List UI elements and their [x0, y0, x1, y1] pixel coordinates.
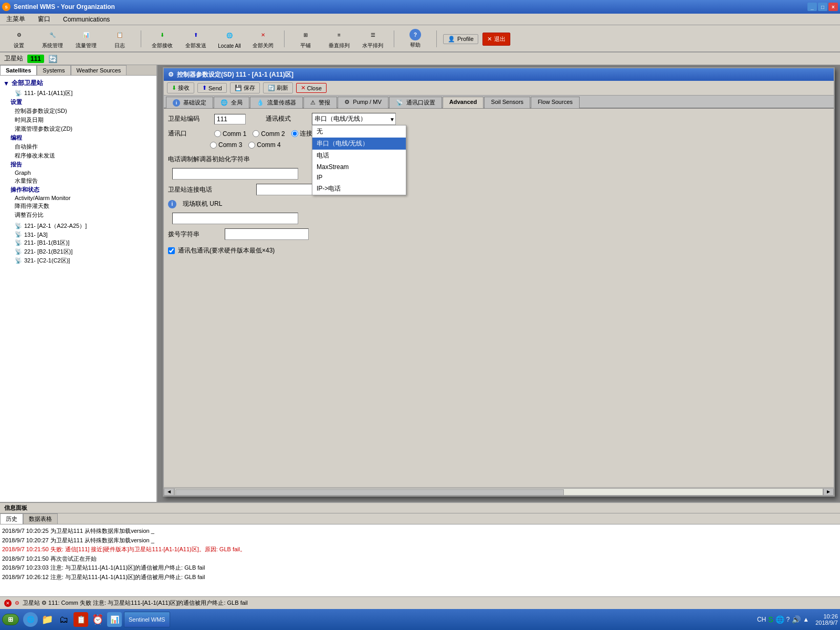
close-app-button[interactable]: × — [828, 3, 838, 11]
option-ip[interactable]: IP — [312, 172, 406, 183]
dialog-recv-button[interactable]: ⬇ 接收 — [167, 82, 194, 93]
flowmgr-button[interactable]: 📊 流量管理 — [71, 27, 101, 51]
comm-mode-dropdown[interactable]: 串口（电线/无线） ▼ 无 串口（电线/无线） 电话 MaxStream IP … — [312, 113, 396, 125]
refresh-icon-small[interactable]: 🔄 — [48, 55, 57, 63]
flatten-button[interactable]: ⊞ 平铺 — [291, 27, 320, 51]
tree-item-time-date[interactable]: 时间及日期 — [2, 116, 154, 124]
tab-comm-settings[interactable]: 📡 通讯口设置 — [389, 97, 442, 108]
apps-icon[interactable]: 🗂 — [57, 612, 71, 627]
tab-global[interactable]: 🌐 全局 — [214, 97, 249, 108]
tree-item-211[interactable]: 📡 211- [B1-1(B1区)] — [2, 238, 154, 247]
radio-connect-input[interactable] — [291, 130, 298, 137]
tree-section-status[interactable]: 操作和状态 — [2, 185, 154, 194]
radio-comm4[interactable]: Comm 4 — [248, 141, 280, 149]
tree-item-111[interactable]: 📡 111- [A1-1(A11)区] — [2, 89, 154, 98]
tree-item-321[interactable]: 📡 321- [C2-1(C2区)] — [2, 256, 154, 265]
tree-item-auto-op[interactable]: 自动操作 — [2, 142, 154, 151]
radio-comm3[interactable]: Comm 3 — [210, 141, 242, 149]
tree-item-alarm-monitor[interactable]: Activity/Alarm Monitor — [2, 194, 154, 202]
tree-item-graph[interactable]: Graph — [2, 169, 154, 176]
scroll-right-btn[interactable]: ▶ — [823, 488, 834, 496]
tree-section-programming[interactable]: 编程 — [2, 133, 154, 142]
phone-modem-input[interactable] — [172, 168, 298, 180]
menu-item-communications[interactable]: Communications — [61, 15, 112, 24]
tab-flow-sensor[interactable]: 💧 流量传感器 — [250, 97, 303, 108]
dial-string-input[interactable] — [225, 228, 309, 240]
sysadmin-button[interactable]: 🔧 系统管理 — [38, 27, 67, 51]
option-ip-phone[interactable]: IP->电话 — [312, 183, 406, 195]
tree-item-water-report[interactable]: 水量报告 — [2, 176, 154, 185]
local-url-input[interactable] — [172, 213, 298, 224]
dialog-send-button[interactable]: ⬆ Send — [197, 83, 227, 93]
tab-pump[interactable]: ⚙ Pump / MV — [338, 97, 388, 108]
scroll-thumb[interactable] — [175, 489, 564, 496]
horiz-sort-button[interactable]: ☰ 水平排列 — [358, 27, 387, 51]
maximize-button[interactable]: □ — [818, 3, 827, 11]
radio-comm2-input[interactable] — [253, 130, 259, 137]
tree-item-controller-params[interactable]: 控制器参数设定(SD) — [2, 107, 154, 116]
tree-header: ▼ 全部卫星站 — [2, 78, 154, 89]
tab-history[interactable]: 历史 — [0, 513, 23, 524]
tab-systems[interactable]: Systems — [37, 65, 70, 75]
recv-all-button[interactable]: ⬇ 全部接收 — [148, 27, 177, 51]
tab-info[interactable]: i 基础设定 — [166, 97, 213, 108]
tab-satellites[interactable]: Satellites — [0, 65, 37, 75]
log-icon: 📋 — [113, 28, 126, 41]
start-button[interactable]: ⊞ — [2, 614, 19, 625]
tree-item-221[interactable]: 📡 221- [B2-1(B21区)] — [2, 247, 154, 256]
option-none[interactable]: 无 — [312, 125, 406, 138]
close-all-button[interactable]: ✕ 全部关闭 — [248, 27, 278, 51]
tab-flow-sources[interactable]: Flow Sources — [531, 97, 580, 108]
station-code-input[interactable] — [214, 114, 246, 124]
tree-section-settings[interactable]: 设置 — [2, 98, 154, 107]
tree-item-rain-days[interactable]: 降雨停灌天数 — [2, 202, 154, 211]
exit-button[interactable]: ✕ 退出 — [482, 33, 510, 46]
vert-sort-button[interactable]: ≡ 垂直排列 — [324, 27, 354, 51]
tree-item-irrigation-params[interactable]: 灌溉管理参数设定(ZD) — [2, 124, 154, 133]
minimize-button[interactable]: _ — [807, 3, 817, 11]
radio-comm4-input[interactable] — [248, 142, 255, 149]
locate-all-button[interactable]: 🌐 Locate All — [215, 27, 244, 51]
option-maxstream[interactable]: MaxStream — [312, 162, 406, 172]
menu-item-window[interactable]: 窗口 — [36, 14, 52, 25]
dialog-save-button[interactable]: 💾 保存 — [230, 82, 260, 93]
radio-comm2[interactable]: Comm 2 — [253, 129, 285, 138]
tab-weather-sources[interactable]: Weather Sources — [71, 65, 127, 75]
radio-comm1-input[interactable] — [214, 130, 221, 137]
blue-app-icon[interactable]: 📊 — [107, 612, 122, 627]
profile-button[interactable]: 👤 Profile — [443, 34, 478, 44]
folder-icon[interactable]: 📁 — [40, 612, 55, 627]
taskbar-sentinel-item[interactable]: Sentinel WMS — [124, 612, 170, 627]
tree-item-adjust-pct[interactable]: 调整百分比 — [2, 211, 154, 219]
scroll-left-btn[interactable]: ◀ — [164, 488, 174, 496]
radio-comm1[interactable]: Comm 1 — [214, 129, 246, 138]
menu-item-main[interactable]: 主菜单 — [4, 14, 27, 25]
icon-221: 📡 — [15, 248, 22, 255]
tree-item-121[interactable]: 📡 121- [A2-1（A22-A25）] — [2, 222, 154, 230]
radio-comm3-input[interactable] — [210, 142, 217, 149]
option-phone[interactable]: 电话 — [312, 150, 406, 162]
log-button[interactable]: 📋 日志 — [105, 27, 134, 51]
clock-app-icon[interactable]: ⏰ — [90, 612, 105, 627]
settings-button[interactable]: ⚙ 设置 — [4, 27, 34, 51]
tab-data-table[interactable]: 数据表格 — [23, 513, 58, 524]
send-all-button[interactable]: ⬆ 全部发送 — [181, 27, 211, 51]
ie-icon[interactable]: 🌐 — [23, 612, 38, 627]
dialog-close-button[interactable]: ✕ Close — [296, 83, 327, 93]
comm-mode-value[interactable]: 串口（电线/无线） — [312, 113, 396, 125]
comm-packet-checkbox[interactable] — [168, 247, 175, 254]
option-serial[interactable]: 串口（电线/无线） — [312, 138, 406, 150]
tree-item-131[interactable]: 📡 131- [A3] — [2, 230, 154, 238]
status-bar: ✕ ⚙ 卫星站 ⚙ 111: Comm 失败 注意: 与卫星站111-[A1-1… — [0, 596, 840, 609]
red-app-icon[interactable]: 📋 — [74, 612, 88, 627]
dialog-refresh-button[interactable]: 🔄 刷新 — [263, 82, 293, 93]
tree-expand-icon[interactable]: ▼ — [3, 80, 9, 87]
horizontal-scrollbar[interactable]: ◀ ▶ — [164, 487, 834, 496]
tab-soil-sensors[interactable]: Soil Sensors — [484, 97, 530, 108]
clock-time: 10:26 — [815, 613, 838, 620]
tree-item-unsent[interactable]: 程序修改未发送 — [2, 151, 154, 160]
tab-advanced[interactable]: Advanced — [443, 97, 484, 108]
tab-alarm[interactable]: ⚠ 警报 — [303, 97, 337, 108]
help-button[interactable]: ? 帮助 — [401, 27, 430, 51]
tree-section-reports[interactable]: 报告 — [2, 160, 154, 169]
